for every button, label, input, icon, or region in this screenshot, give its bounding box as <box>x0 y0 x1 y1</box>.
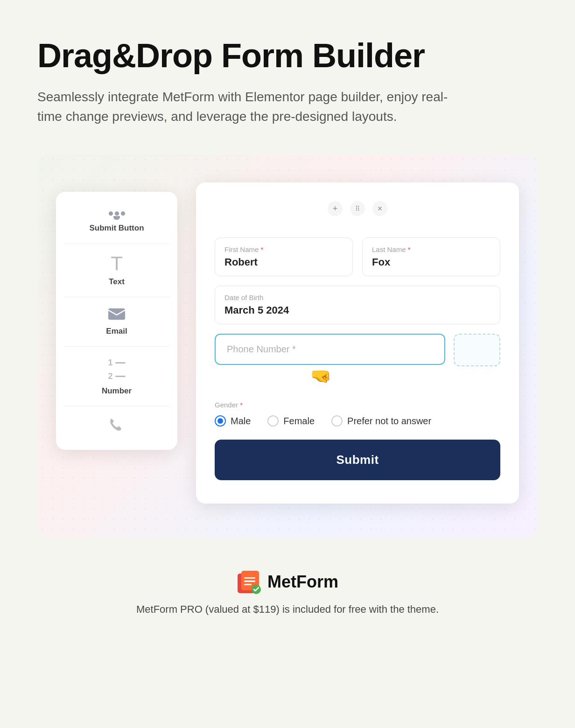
text-icon: T <box>111 254 123 273</box>
widget-item-submit-button[interactable]: Submit Button <box>63 201 170 244</box>
gender-options: Male Female Prefer not to answer <box>215 415 500 427</box>
last-name-value: Fox <box>372 256 491 268</box>
radio-female[interactable] <box>267 415 279 427</box>
dob-field[interactable]: Date of Birth March 5 2024 <box>215 286 500 324</box>
gender-option-female[interactable]: Female <box>267 415 315 427</box>
svg-rect-4 <box>244 581 255 582</box>
dob-row: Date of Birth March 5 2024 <box>215 286 500 324</box>
form-panel: + ⠿ × First Name * Robert <box>196 182 519 504</box>
drop-zone <box>454 334 500 366</box>
widget-label-number: Number <box>102 386 132 396</box>
phone-number-field[interactable]: Phone Number * <box>215 334 445 365</box>
cursor-spacer <box>215 385 500 398</box>
widget-item-phone[interactable] <box>63 406 170 441</box>
phone-row-wrapper: Phone Number * 🤜 <box>215 334 500 376</box>
phone-field-wrapper: Phone Number * 🤜 <box>215 334 445 376</box>
submit-button[interactable]: Submit <box>215 440 500 480</box>
required-marker: * <box>261 245 264 253</box>
toolbar-close-button[interactable]: × <box>372 201 387 216</box>
first-name-field[interactable]: First Name * Robert <box>215 238 353 276</box>
phone-icon <box>108 417 125 436</box>
widget-label-email: Email <box>106 327 127 336</box>
first-name-value: Robert <box>224 256 343 268</box>
radio-male[interactable] <box>215 415 226 427</box>
metform-logo-icon <box>237 570 261 594</box>
gender-option-prefer-not[interactable]: Prefer not to answer <box>331 415 431 427</box>
required-marker: * <box>408 245 411 253</box>
widget-label-text: Text <box>109 277 125 287</box>
metform-logo: MetForm <box>237 570 338 594</box>
widget-panel: Submit Button T Text Email <box>56 192 177 449</box>
cursor-hand-icon: 🤜 <box>310 366 331 386</box>
svg-rect-0 <box>108 308 125 320</box>
page-subtitle: Seamlessly integrate MetForm with Elemen… <box>37 87 457 126</box>
form-toolbar: + ⠿ × <box>215 201 500 221</box>
svg-rect-3 <box>244 577 255 579</box>
close-icon: × <box>378 204 383 214</box>
number-icon: 1 2 <box>108 357 125 382</box>
gender-option-male[interactable]: Male <box>215 415 251 427</box>
gender-male-label: Male <box>231 416 251 427</box>
gender-section: Gender * Male Female Prefer not to answe… <box>215 398 500 436</box>
widget-item-email[interactable]: Email <box>63 297 170 347</box>
last-name-field[interactable]: Last Name * Fox <box>362 238 500 276</box>
widget-item-number[interactable]: 1 2 Number <box>63 347 170 406</box>
footer-section: MetForm MetForm PRO (valued at $119) is … <box>37 570 538 616</box>
radio-prefer-not[interactable] <box>331 415 343 427</box>
first-name-label: First Name * <box>224 245 343 253</box>
drag-icon: ⠿ <box>355 205 360 212</box>
dob-value: March 5 2024 <box>224 304 491 316</box>
toolbar-drag-button[interactable]: ⠿ <box>350 201 365 216</box>
submit-button-icon <box>109 211 125 220</box>
gender-female-label: Female <box>283 416 315 427</box>
gender-label: Gender * <box>215 401 500 409</box>
last-name-label: Last Name * <box>372 245 491 253</box>
required-marker: * <box>240 401 243 409</box>
demo-area: Submit Button T Text Email <box>37 154 538 537</box>
svg-rect-5 <box>244 584 252 585</box>
widget-label-submit: Submit Button <box>89 224 144 233</box>
plus-icon: + <box>333 204 338 214</box>
name-row: First Name * Robert Last Name * Fox <box>215 238 500 276</box>
toolbar-add-button[interactable]: + <box>328 201 343 216</box>
gender-prefer-label: Prefer not to answer <box>347 416 431 427</box>
widget-item-text[interactable]: T Text <box>63 244 170 297</box>
page-title: Drag&Drop Form Builder <box>37 37 538 74</box>
phone-placeholder: Phone Number * <box>227 344 296 354</box>
email-icon <box>108 308 126 323</box>
dob-label: Date of Birth <box>224 294 491 301</box>
metform-logo-text: MetForm <box>267 572 338 592</box>
footer-tagline: MetForm PRO (valued at $119) is included… <box>136 603 439 616</box>
